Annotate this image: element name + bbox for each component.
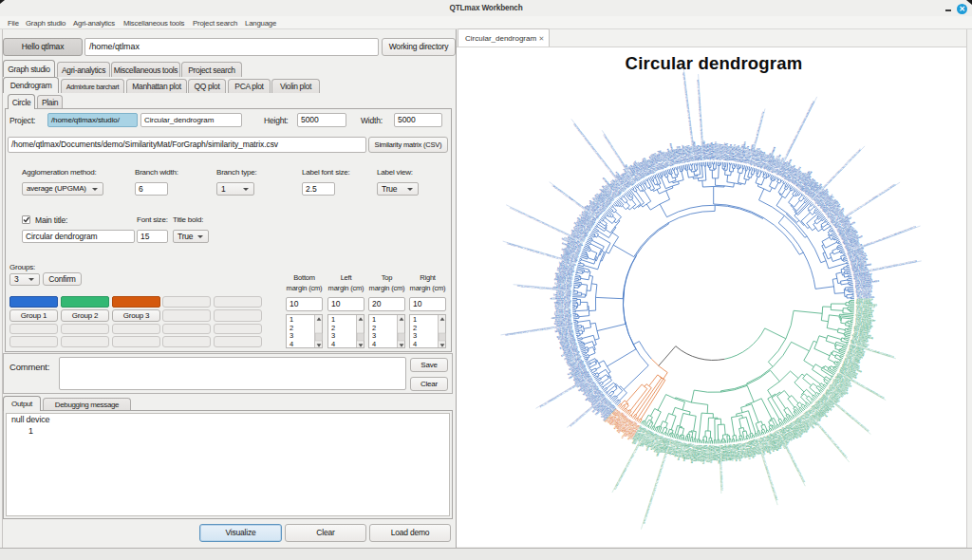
svg-text:Circular dendrogram: Circular dendrogram (626, 53, 803, 73)
svg-text:119 72798157611432439593249275: 119 727981576114324395932492751674673981… (509, 206, 584, 244)
svg-text:5205 1229020942910561758965350: 5205 12290209429105617589653501203379091… (823, 392, 870, 433)
svg-text:7224 715913265: 7224 715913265 (857, 295, 875, 300)
svg-text:67065 539276242333175742757714: 67065 5392762423331757427577145119740990… (832, 182, 897, 226)
svg-text:8400 0754514712118339039045628: 8400 07545147121183390390456285366194290… (775, 100, 815, 176)
svg-text:55554 036071034657689478814799: 55554 0360710346576894788147995613617677… (811, 147, 863, 201)
